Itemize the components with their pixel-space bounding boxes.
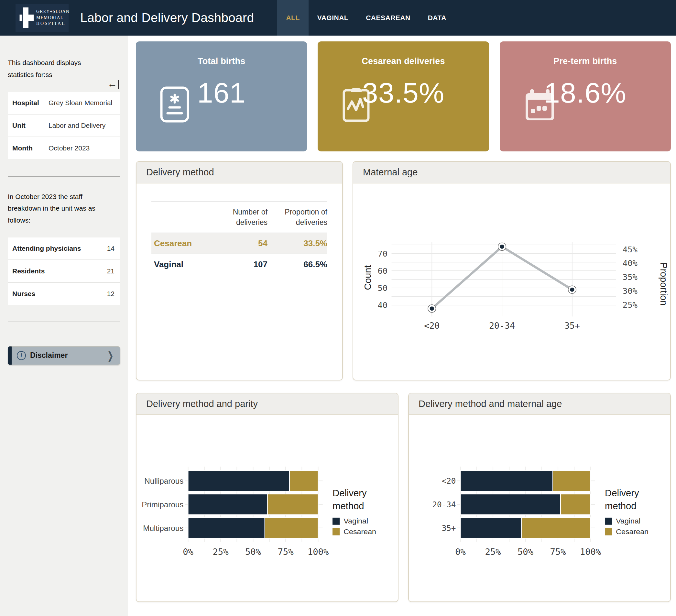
column-header: Proportion of deliveries — [268, 202, 327, 233]
table-row: Residents 21 — [8, 260, 120, 282]
staff-label: Attending physicians — [8, 237, 92, 260]
kpi-preterm-births: Pre-term births 18.6% — [500, 41, 671, 152]
staff-label: Residents — [8, 260, 92, 282]
y-axis-tick: 60 — [378, 266, 388, 276]
kpi-title: Total births — [136, 41, 307, 66]
y-axis-tick: Primiparous — [142, 500, 183, 509]
tab-vaginal[interactable]: VAGINAL — [308, 0, 357, 36]
top-nav: GREY+SLOAN MEMORIAL HOSPITAL Labor and D… — [0, 0, 676, 36]
main-content: Total births 161 Ces — [128, 36, 676, 616]
x-axis-tick: 0% — [455, 547, 466, 557]
divider — [8, 176, 120, 177]
y-axis-tick: 20-34 — [433, 500, 456, 509]
legend-title: Delivery — [333, 488, 367, 498]
x-axis-tick: 25% — [213, 547, 228, 557]
nav-tabs: ALL VAGINAL CAESAREAN DATA — [277, 0, 455, 36]
y-axis-tick: 40 — [378, 300, 388, 310]
y2-axis-tick: 40% — [623, 259, 637, 268]
parity-stacked-bar-chart: NulliparousPrimiparousMultiparous0%25%50… — [136, 415, 398, 602]
tab-all[interactable]: ALL — [277, 0, 308, 36]
row-label: Cesarean — [151, 233, 210, 254]
sidebar-collapse-icon[interactable]: ←| — [107, 79, 120, 89]
info-value: Labor and Delivery — [49, 114, 120, 137]
y-axis-tick: 70 — [378, 249, 388, 259]
table-row: Attending physicians 14 — [8, 237, 120, 260]
kpi-value: 161 — [136, 76, 307, 109]
bar-segment-vaginal — [188, 518, 265, 538]
tab-caesarean[interactable]: CAESAREAN — [357, 0, 419, 36]
divider — [8, 322, 120, 322]
x-axis-tick: 50% — [517, 547, 533, 557]
table-row: Unit Labor and Delivery — [8, 114, 120, 137]
table-row: Hospital Grey Sloan Memorial — [8, 92, 120, 114]
x-axis-tick: 75% — [278, 547, 293, 557]
legend-label: Cesarean — [616, 527, 649, 536]
info-label: Hospital — [8, 92, 49, 114]
bar-segment-cesarean — [265, 518, 318, 538]
hospital-logo-text: GREY+SLOAN MEMORIAL HOSPITAL — [36, 9, 69, 27]
age-chart-card: Delivery method and maternal age <2020-3… — [408, 393, 671, 602]
legend-title: method — [605, 501, 636, 511]
legend-label: Cesarean — [343, 527, 376, 536]
chevron-right-icon: ❯ — [107, 350, 114, 361]
data-point-core — [500, 244, 504, 249]
x-axis-tick: 100% — [307, 547, 329, 557]
page-title: Labor and Delivery Dashboard — [80, 11, 254, 25]
kpi-value: 18.6% — [500, 76, 671, 109]
legend-swatch-cesarean — [333, 528, 340, 536]
x-axis-tick: 35+ — [564, 321, 580, 331]
staff-label: Nurses — [8, 282, 92, 305]
card-title: Delivery method and parity — [136, 393, 398, 415]
y2-axis-label: Proportion — [659, 263, 669, 306]
x-axis-tick: 75% — [550, 547, 566, 557]
delivery-method-table: Number of deliveries Proportion of deliv… — [151, 202, 327, 275]
legend-swatch-cesarean — [605, 528, 612, 536]
sidebar: ←| This dashboard displays statistics fo… — [0, 36, 128, 616]
legend-title: method — [333, 501, 364, 511]
kpi-value: 33.5% — [318, 76, 489, 109]
staff-value: 12 — [92, 282, 120, 305]
bar-segment-vaginal — [188, 494, 268, 515]
x-axis-tick: 100% — [580, 547, 601, 557]
bar-segment-cesarean — [268, 494, 318, 515]
bar-segment-vaginal — [461, 470, 553, 491]
table-row-vaginal: Vaginal 107 66.5% — [151, 254, 327, 275]
card-title: Delivery method — [136, 162, 342, 183]
x-axis-tick: 0% — [183, 547, 193, 557]
y2-axis-tick: 30% — [623, 286, 637, 296]
y-axis-tick: 50 — [378, 283, 388, 293]
table-row: Nurses 12 — [8, 282, 120, 305]
kpi-title: Pre-term births — [500, 41, 671, 66]
column-header: Number of deliveries — [210, 202, 268, 233]
legend-label: Vaginal — [616, 517, 640, 525]
y2-axis-tick: 25% — [623, 300, 637, 310]
legend-title: Delivery — [605, 488, 639, 498]
legend-swatch-vaginal — [605, 518, 612, 525]
y-axis-tick: <20 — [442, 477, 456, 486]
y-axis-label: Count — [362, 265, 373, 290]
x-axis-tick: 20-34 — [489, 321, 515, 331]
cell-proportion: 66.5% — [268, 254, 327, 275]
legend-label: Vaginal — [343, 517, 368, 525]
staff-value: 14 — [92, 237, 120, 260]
staff-value: 21 — [92, 260, 120, 282]
bar-segment-cesarean — [561, 494, 590, 515]
card-title: Maternal age — [353, 162, 670, 183]
legend-swatch-vaginal — [333, 518, 340, 525]
kpi-total-births: Total births 161 — [136, 41, 307, 152]
disclaimer-label: Disclaimer — [30, 351, 68, 360]
tab-data[interactable]: DATA — [419, 0, 455, 36]
kpi-title: Cesarean deliveries — [318, 41, 489, 66]
disclaimer-button[interactable]: i Disclaimer ❯ — [8, 346, 120, 365]
maternal-age-card: Maternal age 4050607025%30%35%40%45%<202… — [352, 161, 671, 381]
info-label: Month — [8, 137, 49, 159]
info-value: Grey Sloan Memorial — [49, 92, 120, 114]
parity-chart-card: Delivery method and parity NulliparousPr… — [136, 393, 398, 602]
staff-intro-text: In October 2023 the staff breakdown in t… — [8, 191, 114, 226]
bar-segment-vaginal — [461, 494, 561, 515]
hospital-info-table: Hospital Grey Sloan Memorial Unit Labor … — [8, 92, 120, 159]
staff-table: Attending physicians 14 Residents 21 Nur… — [8, 237, 120, 305]
maternal-age-line-chart: 4050607025%30%35%40%45%<2020-3435+CountP… — [353, 183, 670, 380]
card-title: Delivery method and maternal age — [409, 393, 670, 415]
y-axis-tick: Nulliparous — [144, 477, 183, 485]
